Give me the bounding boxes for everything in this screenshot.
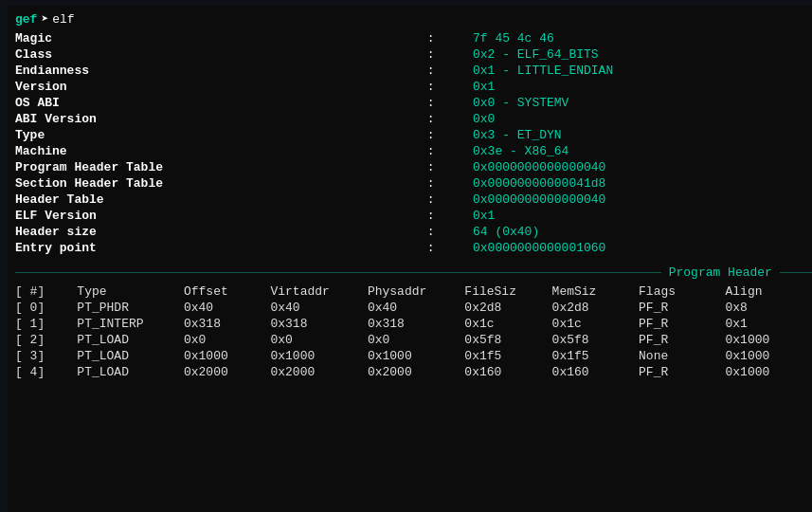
ph-cell: 0x2d8 xyxy=(464,300,551,316)
field-colon: : xyxy=(427,224,473,240)
field-value: 0x1 xyxy=(473,208,812,224)
elf-field-row: Program Header Table : 0x000000000000004… xyxy=(15,159,812,175)
ph-header-row: [ #]TypeOffsetVirtaddrPhysaddrFileSizMem… xyxy=(15,283,812,300)
ph-column-header: Type xyxy=(77,283,184,300)
program-header-table: [ #]TypeOffsetVirtaddrPhysaddrFileSizMem… xyxy=(15,283,812,380)
ph-cell: PT_LOAD xyxy=(77,332,184,348)
elf-field-row: Version : 0x1 xyxy=(15,79,812,95)
elf-field-row: ELF Version : 0x1 xyxy=(15,208,812,224)
field-name: ABI Version xyxy=(15,111,427,127)
field-name: Program Header Table xyxy=(15,159,427,175)
field-value: 0x0 xyxy=(473,111,812,127)
field-value: 0x3e - X86_64 xyxy=(473,143,812,159)
elf-field-row: OS ABI : 0x0 - SYSTEMV xyxy=(15,95,812,111)
ph-data-row: [ 4]PT_LOAD0x20000x20000x20000x1600x160P… xyxy=(15,364,812,380)
ph-data-row: [ 2]PT_LOAD0x00x00x00x5f80x5f8PF_R0x1000 xyxy=(15,332,812,348)
prompt-command: elf xyxy=(52,12,74,27)
elf-field-row: ABI Version : 0x0 xyxy=(15,111,812,127)
ph-cell: PF_R xyxy=(639,364,725,380)
ph-cell: 0x1000 xyxy=(270,348,367,364)
field-colon: : xyxy=(427,95,473,111)
ph-cell: 0x160 xyxy=(464,364,551,380)
field-name: Section Header Table xyxy=(15,175,427,192)
ph-cell: 0x1000 xyxy=(725,364,812,380)
ph-cell: [ 3] xyxy=(15,348,77,364)
elf-field-row: Class : 0x2 - ELF_64_BITS xyxy=(15,46,812,63)
divider-left xyxy=(15,272,661,273)
divider-right xyxy=(780,272,812,273)
field-value: 0x0000000000001060 xyxy=(473,240,812,256)
ph-cell: 0x0 xyxy=(184,332,270,348)
ph-cell: 0x2000 xyxy=(368,364,464,380)
field-value: 64 (0x40) xyxy=(473,224,812,240)
field-name: Header size xyxy=(15,224,427,240)
ph-data-row: [ 0]PT_PHDR0x400x400x400x2d80x2d8PF_R0x8 xyxy=(15,300,812,316)
ph-cell: PF_R xyxy=(639,332,725,348)
ph-cell: 0x8 xyxy=(725,300,812,316)
field-colon: : xyxy=(427,30,473,46)
section-divider: Program Header xyxy=(15,265,812,280)
field-value: 0x2 - ELF_64_BITS xyxy=(473,46,812,63)
ph-cell: 0x1000 xyxy=(368,348,464,364)
ph-cell: 0x0 xyxy=(270,332,367,348)
ph-cell: 0x1c xyxy=(464,316,551,332)
ph-cell: 0x40 xyxy=(270,300,367,316)
field-colon: : xyxy=(427,192,473,208)
ph-cell: 0x0 xyxy=(368,332,464,348)
field-value: 7f 45 4c 46 xyxy=(473,30,812,46)
field-value: 0x0000000000000040 xyxy=(473,159,812,175)
field-colon: : xyxy=(427,46,473,63)
ph-cell: PF_R xyxy=(639,316,725,332)
ph-column-header: [ #] xyxy=(15,283,77,300)
elf-field-row: Header Table : 0x0000000000000040 xyxy=(15,192,812,208)
ph-cell: 0x2d8 xyxy=(552,300,639,316)
ph-data-row: [ 1]PT_INTERP0x3180x3180x3180x1c0x1cPF_R… xyxy=(15,316,812,332)
field-colon: : xyxy=(427,79,473,95)
field-name: OS ABI xyxy=(15,95,427,111)
ph-data-row: [ 3]PT_LOAD0x10000x10000x10000x1f50x1f5N… xyxy=(15,348,812,364)
field-colon: : xyxy=(427,175,473,192)
elf-info-table: Magic : 7f 45 4c 46 Class : 0x2 - ELF_64… xyxy=(15,30,812,256)
field-name: Header Table xyxy=(15,192,427,208)
field-colon: : xyxy=(427,111,473,127)
field-name: Class xyxy=(15,46,427,63)
field-value: 0x3 - ET_DYN xyxy=(473,127,812,143)
field-value: 0x1 - LITTLE_ENDIAN xyxy=(473,63,812,79)
ph-cell: PF_R xyxy=(639,300,725,316)
ph-cell: [ 4] xyxy=(15,364,77,380)
ph-column-header: Physaddr xyxy=(368,283,464,300)
field-name: Entry point xyxy=(15,240,427,256)
elf-field-row: Type : 0x3 - ET_DYN xyxy=(15,127,812,143)
elf-field-row: Machine : 0x3e - X86_64 xyxy=(15,143,812,159)
ph-cell: 0x5f8 xyxy=(552,332,639,348)
ph-cell: PT_LOAD xyxy=(77,348,184,364)
field-colon: : xyxy=(427,240,473,256)
elf-field-row: Header size : 64 (0x40) xyxy=(15,224,812,240)
ph-column-header: MemSiz xyxy=(552,283,639,300)
ph-cell: 0x1c xyxy=(552,316,639,332)
ph-cell: PT_PHDR xyxy=(77,300,184,316)
field-value: 0x0 - SYSTEMV xyxy=(473,95,812,111)
ph-cell: [ 0] xyxy=(15,300,77,316)
prompt-arrow: ➤ xyxy=(41,11,48,27)
ph-cell: 0x5f8 xyxy=(464,332,551,348)
elf-field-row: Magic : 7f 45 4c 46 xyxy=(15,30,812,46)
field-name: Magic xyxy=(15,30,427,46)
ph-cell: 0x160 xyxy=(552,364,639,380)
ph-cell: 0x318 xyxy=(270,316,367,332)
ph-column-header: Flags xyxy=(639,283,725,300)
ph-cell: [ 1] xyxy=(15,316,77,332)
section-label: Program Header xyxy=(661,265,780,280)
ph-cell: [ 2] xyxy=(15,332,77,348)
ph-cell: 0x1 xyxy=(725,316,812,332)
field-colon: : xyxy=(427,208,473,224)
elf-field-row: Entry point : 0x0000000000001060 xyxy=(15,240,812,256)
ph-cell: 0x2000 xyxy=(184,364,270,380)
field-name: Version xyxy=(15,79,427,95)
ph-cell: PT_INTERP xyxy=(77,316,184,332)
ph-cell: None xyxy=(639,348,725,364)
field-colon: : xyxy=(427,159,473,175)
ph-column-header: Virtaddr xyxy=(270,283,367,300)
terminal: gef ➤ elf Magic : 7f 45 4c 46 Class : 0x… xyxy=(8,6,812,512)
field-name: Type xyxy=(15,127,427,143)
